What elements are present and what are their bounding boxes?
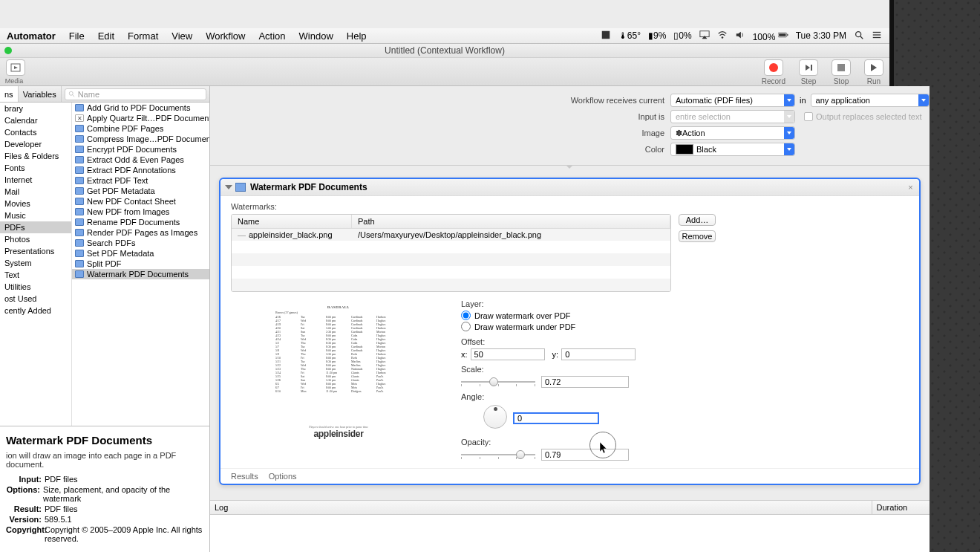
action-item[interactable]: Split PDF xyxy=(72,259,209,269)
category-item[interactable]: Utilities xyxy=(0,281,71,293)
workflow-canvas[interactable]: Watermark PDF Documents × Watermarks: Na… xyxy=(210,166,930,500)
status-battery-3[interactable]: 100% xyxy=(753,30,788,42)
log-label[interactable]: Log xyxy=(210,503,872,512)
menu-file[interactable]: File xyxy=(62,30,91,42)
category-item[interactable]: cently Added xyxy=(0,305,71,316)
tab-variables[interactable]: Variables xyxy=(19,86,62,102)
in-app-dropdown[interactable]: any application xyxy=(811,94,930,107)
color-dropdown[interactable]: Black xyxy=(670,143,795,156)
action-item[interactable]: Extract Odd & Even Pages xyxy=(72,155,209,165)
stop-button[interactable]: Stop xyxy=(832,59,851,85)
category-item[interactable]: ost Used xyxy=(0,293,71,305)
traffic-light-green[interactable] xyxy=(4,47,12,54)
category-item[interactable]: Internet xyxy=(0,174,71,186)
disclosure-triangle-icon[interactable] xyxy=(225,185,232,189)
desc-summary: ion will draw an image into each page in… xyxy=(6,451,203,469)
action-description: Watermark PDF Documents ion will draw an… xyxy=(0,426,209,552)
layer-under-radio[interactable] xyxy=(461,322,471,331)
step-button[interactable]: Step xyxy=(799,59,818,85)
menu-help[interactable]: Help xyxy=(340,30,373,42)
duration-label[interactable]: Duration xyxy=(872,501,930,514)
offset-x-input[interactable] xyxy=(471,348,545,360)
menu-icon[interactable] xyxy=(872,30,882,42)
category-item[interactable]: System xyxy=(0,257,71,269)
category-item[interactable]: Photos xyxy=(0,233,71,245)
category-item[interactable]: Mail xyxy=(0,186,71,198)
menu-view[interactable]: View xyxy=(165,30,199,42)
menu-edit[interactable]: Edit xyxy=(91,30,121,42)
action-item[interactable]: New PDF from Images xyxy=(72,207,209,217)
action-item[interactable]: Extract PDF Annotations xyxy=(72,165,209,175)
action-list[interactable]: Add Grid to PDF Documents✕Apply Quartz F… xyxy=(71,103,209,426)
scale-slider[interactable] xyxy=(461,377,535,387)
menu-action[interactable]: Action xyxy=(252,30,292,42)
scale-input[interactable] xyxy=(541,376,629,388)
output-replaces-checkbox xyxy=(804,112,813,121)
offset-y-input[interactable] xyxy=(561,348,636,360)
opacity-slider[interactable] xyxy=(461,449,535,460)
action-item[interactable]: Render PDF Pages as Images xyxy=(72,227,209,238)
menu-workflow[interactable]: Workflow xyxy=(199,30,252,42)
layer-label: Layer: xyxy=(461,299,894,308)
angle-input[interactable] xyxy=(513,412,599,424)
category-item[interactable]: Music xyxy=(0,210,71,221)
library-search[interactable]: Name xyxy=(65,88,206,100)
spotlight-icon[interactable] xyxy=(854,30,864,42)
action-item[interactable]: Encrypt PDF Documents xyxy=(72,144,209,155)
category-item[interactable]: Contacts xyxy=(0,126,71,138)
run-button[interactable]: Run xyxy=(864,59,883,85)
preview-pane: BASEBALL Braves (27 games)4/16Tue8:00 pm… xyxy=(231,299,446,448)
opacity-label: Opacity: xyxy=(461,438,894,447)
menu-app[interactable]: Automator xyxy=(0,30,62,42)
category-item[interactable]: Developer xyxy=(0,138,71,150)
wifi-icon[interactable] xyxy=(717,30,728,42)
action-item[interactable]: Compress Image…PDF Documents xyxy=(72,134,209,144)
action-item[interactable]: Combine PDF Pages xyxy=(72,123,209,134)
status-clock[interactable]: Tue 3:30 PM xyxy=(796,30,846,41)
status-temp[interactable]: 🌡65° xyxy=(618,30,641,41)
action-item[interactable]: New PDF Contact Sheet xyxy=(72,196,209,207)
airplay-icon[interactable] xyxy=(699,30,710,42)
opacity-input[interactable] xyxy=(541,449,629,461)
col-path[interactable]: Path xyxy=(352,215,670,228)
action-item[interactable]: Rename PDF Documents xyxy=(72,217,209,227)
action-item[interactable]: Search PDFs xyxy=(72,238,209,248)
menu-format[interactable]: Format xyxy=(121,30,165,42)
menu-window[interactable]: Window xyxy=(293,30,340,42)
status-battery-1[interactable]: ▮9% xyxy=(648,30,666,41)
receives-dropdown[interactable]: Automatic (PDF files) xyxy=(670,94,795,107)
watermarks-table[interactable]: Name Path —appleinsider_black.png /Users… xyxy=(231,214,671,292)
action-item[interactable]: Watermark PDF Documents xyxy=(72,269,209,279)
record-button[interactable]: Record xyxy=(762,59,785,85)
category-item[interactable]: Movies xyxy=(0,198,71,210)
add-button[interactable]: Add… xyxy=(679,214,716,226)
volume-icon[interactable] xyxy=(735,30,745,42)
status-battery-2[interactable]: ▯0% xyxy=(673,30,691,41)
angle-dial[interactable] xyxy=(483,405,507,429)
svg-rect-6 xyxy=(787,33,788,35)
category-item[interactable]: Fonts xyxy=(0,162,71,174)
results-tab[interactable]: Results xyxy=(231,472,258,481)
options-tab[interactable]: Options xyxy=(269,472,297,481)
status-stop-icon[interactable] xyxy=(601,30,611,42)
category-item[interactable]: Calendar xyxy=(0,114,71,126)
tab-actions[interactable]: ns xyxy=(0,86,19,102)
category-item[interactable]: Files & Folders xyxy=(0,150,71,162)
category-item[interactable]: Presentations xyxy=(0,245,71,257)
action-item[interactable]: Extract PDF Text xyxy=(72,175,209,186)
action-item[interactable]: Add Grid to PDF Documents xyxy=(72,103,209,113)
image-dropdown[interactable]: ✽ Action xyxy=(670,126,795,140)
remove-button[interactable]: Remove xyxy=(679,230,716,242)
col-name[interactable]: Name xyxy=(232,215,352,228)
category-item[interactable]: Text xyxy=(0,269,71,281)
media-button[interactable] xyxy=(6,59,25,76)
action-item[interactable]: Get PDF Metadata xyxy=(72,186,209,196)
svg-rect-0 xyxy=(602,30,610,39)
layer-over-radio[interactable] xyxy=(461,311,471,320)
category-item[interactable]: PDFs xyxy=(0,221,71,233)
category-item[interactable]: brary xyxy=(0,103,71,114)
card-close-icon[interactable]: × xyxy=(908,183,912,192)
category-list[interactable]: braryCalendarContactsDeveloperFiles & Fo… xyxy=(0,103,71,426)
action-item[interactable]: Set PDF Metadata xyxy=(72,248,209,259)
action-item[interactable]: ✕Apply Quartz Filt…PDF Documents xyxy=(72,113,209,123)
